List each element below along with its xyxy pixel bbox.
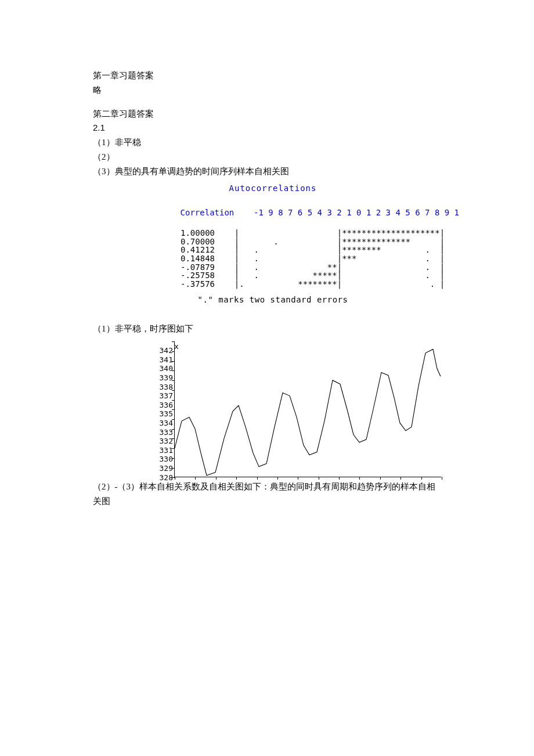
item-2: （2） <box>93 150 453 164</box>
ts-x-tick <box>216 477 217 480</box>
ts-y-tick-label: 338 <box>145 383 173 392</box>
ts-x-tick <box>277 477 278 480</box>
ts-x-tick <box>442 477 442 480</box>
ts-y-tick-label: 336 <box>145 401 173 410</box>
item-1: （1）非平稳 <box>93 135 453 150</box>
ts-y-tick-label: 337 <box>145 391 173 401</box>
item-1-ts: （1）非平稳，时序图如下 <box>93 322 453 336</box>
item-2-3-text-b: 关图 <box>93 494 453 509</box>
ts-y-tick-label: 333 <box>145 428 173 437</box>
ts-y-tick <box>172 419 175 420</box>
ts-y-tick-label: 331 <box>145 446 173 455</box>
ts-y-tick <box>172 390 175 391</box>
acf-bar: |. ********| . | <box>215 280 445 289</box>
ts-plot-area <box>174 341 441 477</box>
ts-y-tick <box>172 448 175 449</box>
acf-row: -.07879 | . **| . | <box>151 263 453 272</box>
acf-value: 0.41212 <box>151 246 215 254</box>
ts-y-tick <box>172 458 175 459</box>
ts-y-tick <box>172 361 175 362</box>
acf-scale: -1 9 8 7 6 5 4 3 2 1 0 1 2 3 4 5 6 7 8 9… <box>254 208 459 217</box>
acf-value: -.07879 <box>151 263 215 272</box>
acf-correlation-label: Correlation <box>181 208 234 217</box>
ts-x-tick <box>359 477 360 480</box>
text-omitted: 略 <box>93 83 453 98</box>
acf-value: 0.70000 <box>151 237 215 246</box>
acf-row: 0.70000 | . |************** | <box>151 237 453 246</box>
ts-y-tick-label: 329 <box>145 464 173 473</box>
ts-x-tick <box>421 477 422 480</box>
ts-y-tick <box>172 409 175 410</box>
heading-ch2: 第二章习题答案 <box>93 107 453 121</box>
ts-y-tick-label: 330 <box>145 455 173 464</box>
ts-y-tick <box>172 400 175 401</box>
ts-y-axis: 3423413403393383373363353343333323313303… <box>145 346 173 482</box>
acf-value: -.37576 <box>151 280 215 289</box>
ts-x-tick <box>236 477 237 480</box>
ts-x-tick <box>175 477 175 480</box>
ts-x-tick <box>257 477 258 480</box>
acf-bar: | . |******** . | <box>215 246 445 254</box>
ts-y-tick <box>172 468 175 469</box>
ts-y-tick <box>172 341 175 342</box>
acf-title: Autocorrelations <box>93 184 453 193</box>
acf-value: -.25758 <box>151 271 215 280</box>
acf-bar: | |********************| <box>215 229 445 237</box>
ts-x-tick <box>400 477 401 480</box>
acf-footer: "." marks two standard errors <box>93 296 453 304</box>
ts-y-tick-label: 341 <box>145 355 173 365</box>
acf-bar: | . *****| . | <box>215 271 445 280</box>
acf-bar: | . |*** . | <box>215 254 445 263</box>
acf-plot: Autocorrelations Correlation -1 9 8 7 6 … <box>93 184 453 304</box>
acf-row: 1.00000 | |********************| <box>151 229 453 237</box>
acf-header: Correlation -1 9 8 7 6 5 4 3 2 1 0 1 2 3… <box>151 200 453 225</box>
ts-x-tick <box>380 477 381 480</box>
ts-y-tick-label: 340 <box>145 364 173 373</box>
ts-y-tick-label: 328 <box>145 473 173 483</box>
heading-ch1: 第一章习题答案 <box>93 69 453 83</box>
ts-y-tick <box>172 438 175 439</box>
acf-row: 0.14848 | . |*** . | <box>151 254 453 263</box>
ts-y-tick <box>172 370 175 371</box>
ts-y-tick <box>172 380 175 381</box>
ts-y-tick-label: 334 <box>145 419 173 428</box>
item-3: （3）典型的具有单调趋势的时间序列样本自相关图 <box>93 164 453 179</box>
ts-y-tick-label: 342 <box>145 346 173 355</box>
ts-x-tick <box>339 477 340 480</box>
acf-row: -.25758 | . *****| . | <box>151 271 453 280</box>
ts-x-tick <box>319 477 319 480</box>
ts-y-tick-label: 335 <box>145 409 173 419</box>
ts-x-tick <box>298 477 298 480</box>
ts-x-tick <box>195 477 196 480</box>
acf-value: 1.00000 <box>151 229 215 237</box>
acf-value: 0.14848 <box>151 254 215 263</box>
acf-bar: | . |************** | <box>215 237 445 246</box>
acf-bar: | . **| . | <box>215 263 445 272</box>
acf-row: -.37576 |. ********| . | <box>151 280 453 289</box>
acf-row: 0.41212 | . |******** . | <box>151 246 453 254</box>
ts-line <box>175 350 441 476</box>
section-number: 2.1 <box>93 121 453 135</box>
time-series-plot: x 34234134033933833733633533433333233133… <box>145 341 453 477</box>
ts-y-tick-label: 339 <box>145 373 173 383</box>
ts-y-tick <box>172 351 175 352</box>
ts-y-tick-label: 332 <box>145 437 173 446</box>
ts-y-tick <box>172 429 175 430</box>
